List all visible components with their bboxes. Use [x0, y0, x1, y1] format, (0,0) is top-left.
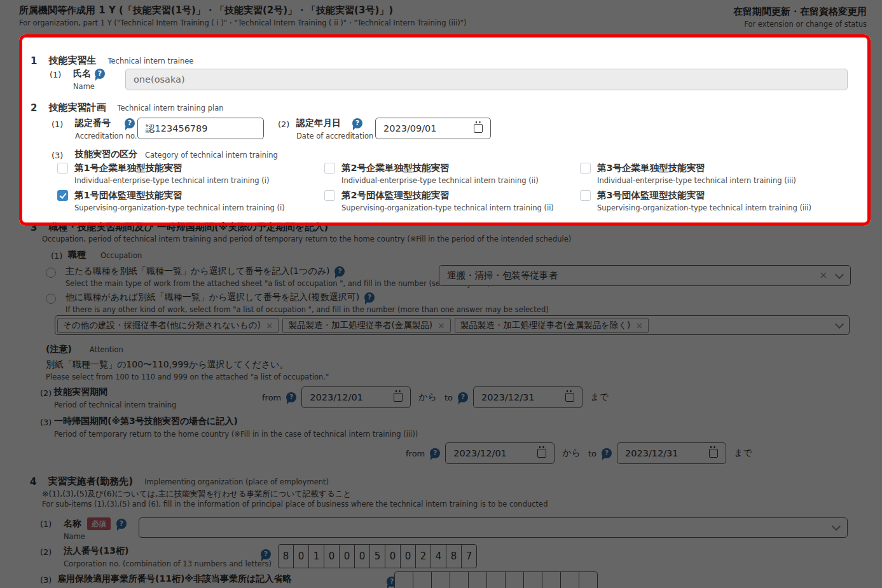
- digit-cell[interactable]: 0: [385, 544, 401, 568]
- digit-cell[interactable]: [579, 571, 598, 588]
- digit-cell[interactable]: 1: [308, 544, 324, 568]
- section3-title-en: Occupation, period of technical intern t…: [42, 235, 571, 243]
- training-period-from-input[interactable]: 2023/12/01: [301, 386, 411, 408]
- digit-cell[interactable]: 4: [431, 544, 446, 568]
- main-occupation-radio[interactable]: [46, 268, 56, 278]
- calendar-icon[interactable]: [474, 124, 483, 133]
- return-period-from-input[interactable]: 2023/12/01: [445, 442, 555, 464]
- checkbox[interactable]: [57, 190, 68, 201]
- digit-cell[interactable]: [542, 571, 561, 588]
- digit-cell[interactable]: [560, 571, 579, 588]
- field-4-2-number: (2): [40, 547, 52, 557]
- section4-title-en: Implementing organization (place of empl…: [144, 477, 329, 486]
- chevron-down-icon[interactable]: [832, 522, 841, 531]
- digit-cell[interactable]: [431, 571, 450, 588]
- digit-cell[interactable]: [523, 571, 542, 588]
- digit-cell[interactable]: 0: [324, 544, 340, 568]
- corp-no-cells[interactable]: 8 0 1 0 0 0 5 0 0 2 4 8 7: [278, 544, 477, 568]
- main-occupation-help-icon[interactable]: ?: [334, 266, 345, 277]
- category-option[interactable]: 第2号企業単独型技能実習 Individual-enterprise-type …: [324, 162, 580, 185]
- to-help-icon[interactable]: ?: [602, 448, 612, 458]
- digit-cell[interactable]: 8: [446, 544, 462, 568]
- from-label: from: [262, 393, 281, 402]
- name-help-icon[interactable]: ?: [95, 69, 105, 79]
- return-period-to-input[interactable]: 2023/12/31: [617, 442, 726, 464]
- category-option[interactable]: 第3号団体監理型技能実習 Supervising-organization-ty…: [580, 189, 858, 212]
- category-options-grid: 第1号企業単独型技能実習 Individual-enterprise-type …: [57, 162, 858, 212]
- accreditation-no-input[interactable]: [137, 118, 264, 139]
- digit-cell[interactable]: [450, 571, 469, 588]
- category-option[interactable]: 第1号団体監理型技能実習 Supervising-organization-ty…: [57, 189, 324, 212]
- digit-cell[interactable]: [413, 571, 432, 588]
- org-name-help-icon[interactable]: ?: [116, 519, 127, 529]
- digit-cell[interactable]: [486, 571, 506, 588]
- digit-cell[interactable]: 0: [339, 544, 355, 568]
- digit-cell[interactable]: [394, 571, 413, 588]
- digit-cell[interactable]: 0: [293, 544, 309, 568]
- from-help-icon[interactable]: ?: [286, 392, 296, 402]
- insurance-no-cells[interactable]: [394, 571, 598, 588]
- section2-title-en: Technical intern training plan: [117, 104, 223, 113]
- option-label-jp: 第1号企業単独型技能実習: [74, 162, 269, 174]
- accreditation-date-label-jp: 認定年月日: [296, 118, 341, 129]
- calendar-icon[interactable]: [537, 449, 546, 458]
- category-option[interactable]: 第3号企業単独型技能実習 Individual-enterprise-type …: [580, 162, 858, 185]
- checkbox[interactable]: [324, 190, 335, 201]
- calendar-icon[interactable]: [394, 393, 403, 402]
- remove-tag-icon[interactable]: ×: [266, 320, 273, 331]
- section2-title-jp: 技能実習計画: [48, 102, 106, 114]
- training-period-to-input[interactable]: 2023/12/31: [473, 386, 582, 408]
- checkbox[interactable]: [57, 163, 68, 174]
- digit-cell[interactable]: 0: [400, 544, 416, 568]
- return-period-label-en: Period of temporary return to the home c…: [54, 430, 418, 439]
- occupation-tag[interactable]: 製品製造・加工処理従事者(金属製品) ×: [282, 318, 450, 333]
- training-period-label-en: Period of technical intern training: [54, 400, 176, 409]
- main-occupation-text-en: Select the main type of work from the at…: [65, 279, 490, 288]
- digit-cell[interactable]: 5: [369, 544, 385, 568]
- section3-heading: 3 職種・技能実習期間及び 一時帰国期間(※実際の予定期間を記入): [31, 221, 328, 233]
- attention-note-jp: 別紙「職種一覧」の100〜110,999から選択してください。: [46, 359, 289, 371]
- calendar-icon[interactable]: [565, 393, 574, 402]
- accreditation-date-input[interactable]: 2023/09/01: [375, 118, 491, 139]
- other-occupation-radio[interactable]: [46, 294, 56, 304]
- checkbox[interactable]: [580, 163, 591, 174]
- remove-tag-icon[interactable]: ×: [635, 320, 643, 331]
- from-help-icon[interactable]: ?: [430, 448, 440, 458]
- from-label: from: [406, 449, 425, 458]
- option-label-jp: 第3号企業単独型技能実習: [597, 162, 796, 174]
- corp-no-label-en: Corporation no. (combination of 13 numbe…: [64, 559, 272, 568]
- remove-tag-icon[interactable]: ×: [438, 320, 445, 331]
- section3-title-jp: 職種・技能実習期間及び 一時帰国期間(※実際の予定期間を記入): [48, 221, 328, 233]
- occupation-tag[interactable]: その他の建設・採掘従事者(他に分類されないもの) ×: [57, 318, 279, 333]
- category-option[interactable]: 第2号団体監理型技能実習 Supervising-organization-ty…: [324, 189, 580, 212]
- return-period-label-jp: 一時帰国期間(※第3号技能実習の場合に記入): [54, 416, 238, 427]
- digit-cell[interactable]: 7: [461, 544, 477, 568]
- main-occupation-select[interactable]: 運搬・清掃・包装等従事者 ×: [439, 265, 851, 286]
- checkbox[interactable]: [580, 190, 591, 201]
- clear-icon[interactable]: ×: [819, 271, 827, 280]
- org-name-select[interactable]: [139, 517, 848, 538]
- to-help-icon[interactable]: ?: [458, 392, 468, 402]
- other-occupation-help-icon[interactable]: ?: [364, 292, 375, 303]
- field-4-1-number: (1): [40, 519, 52, 529]
- status-purpose-label-en: For extension or change of status: [733, 20, 867, 29]
- accreditation-date-help-icon[interactable]: ?: [352, 118, 362, 128]
- calendar-icon[interactable]: [709, 449, 718, 458]
- accreditation-no-help-icon[interactable]: ?: [125, 118, 135, 128]
- chevron-down-icon[interactable]: [835, 319, 844, 328]
- corp-no-help-icon[interactable]: ?: [261, 549, 271, 559]
- digit-cell[interactable]: 2: [415, 544, 431, 568]
- occupation-label-en: Occupation: [100, 251, 142, 260]
- digit-cell[interactable]: 0: [354, 544, 370, 568]
- digit-cell[interactable]: 8: [278, 544, 294, 568]
- option-label-en: Individual-enterprise-type technical int…: [74, 176, 269, 185]
- other-occupation-multiselect[interactable]: その他の建設・採掘従事者(他に分類されないもの) × 製品製造・加工処理従事者(…: [55, 315, 850, 335]
- digit-cell[interactable]: [468, 571, 487, 588]
- digit-cell[interactable]: [505, 571, 524, 588]
- category-option[interactable]: 第1号企業単独型技能実習 Individual-enterprise-type …: [57, 162, 324, 185]
- other-occupation-text-jp: 他に職種があれば別紙「職種一覧」から選択して番号を記入(複数選択可): [65, 292, 359, 303]
- accreditation-no-label-en: Accreditation no.: [75, 132, 137, 140]
- occupation-tag[interactable]: 製品製造・加工処理従事者(金属製品を除く) ×: [455, 318, 649, 333]
- checkbox[interactable]: [324, 163, 335, 174]
- chevron-down-icon[interactable]: [835, 270, 844, 278]
